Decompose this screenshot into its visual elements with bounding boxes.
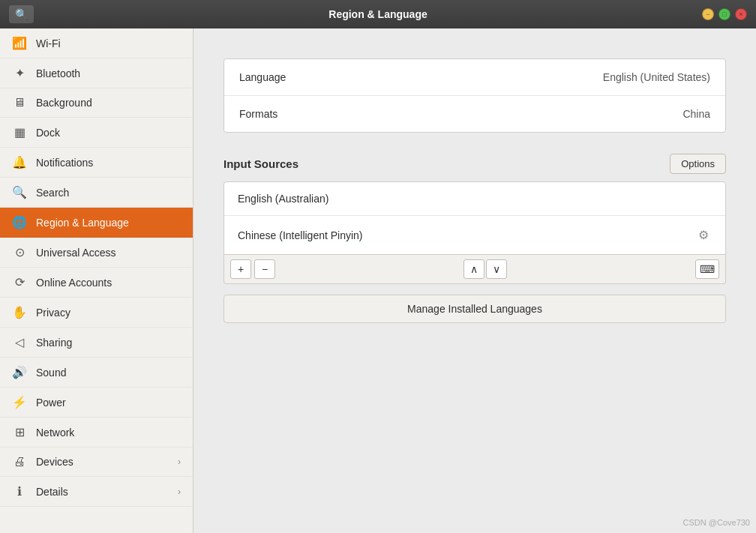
titlebar: 🔍 Region & Language − □ × [0, 0, 756, 28]
region-language-icon: 🌐 [12, 215, 27, 229]
list-item[interactable]: English (Australian) [224, 182, 725, 216]
sidebar-item-background[interactable]: 🖥Background [0, 88, 193, 118]
sidebar-item-bluetooth[interactable]: ✦Bluetooth [0, 58, 193, 88]
move-up-button[interactable]: ∧ [464, 259, 484, 279]
input-item-label-english: English (Australian) [238, 193, 712, 205]
privacy-icon: ✋ [12, 305, 27, 319]
options-button[interactable]: Options [670, 154, 726, 174]
sidebar-label-privacy: Privacy [36, 307, 181, 319]
sidebar-label-universal-access: Universal Access [36, 247, 181, 259]
sidebar-label-dock: Dock [36, 127, 181, 139]
sidebar-item-wifi[interactable]: 📶Wi-Fi [0, 28, 193, 58]
sidebar-item-devices[interactable]: 🖨Devices› [0, 448, 193, 477]
sidebar-label-power: Power [36, 397, 181, 409]
sidebar-label-search: Search [36, 187, 181, 199]
remove-input-button[interactable]: − [254, 259, 275, 279]
wifi-icon: 📶 [12, 36, 27, 50]
input-item-label-chinese: Chinese (Intelligent Pinyin) [238, 229, 695, 241]
manage-languages-button[interactable]: Manage Installed Languages [224, 295, 726, 323]
input-sources-list: English (Australian) Chinese (Intelligen… [224, 181, 726, 255]
maximize-button[interactable]: □ [718, 8, 730, 20]
sidebar-label-online-accounts: Online Accounts [36, 277, 181, 289]
add-input-button[interactable]: + [230, 259, 251, 279]
sidebar-item-power[interactable]: ⚡Power [0, 388, 193, 418]
sidebar-item-dock[interactable]: ▦Dock [0, 118, 193, 148]
chevron-right-icon: › [178, 487, 181, 497]
sidebar-item-notifications[interactable]: 🔔Notifications [0, 148, 193, 178]
sidebar-label-background: Background [36, 97, 181, 109]
window-controls: − □ × [702, 8, 747, 20]
language-value: English (United States) [603, 71, 710, 83]
formats-label: Formats [239, 108, 682, 120]
input-sources-header: Input Sources Options [224, 154, 726, 174]
sidebar-label-notifications: Notifications [36, 157, 181, 169]
sidebar: 📶Wi-Fi✦Bluetooth🖥Background▦Dock🔔Notific… [0, 28, 194, 533]
bluetooth-icon: ✦ [12, 66, 27, 80]
devices-icon: 🖨 [12, 455, 27, 469]
chevron-right-icon: › [178, 457, 181, 467]
sidebar-label-wifi: Wi-Fi [36, 37, 181, 49]
sharing-icon: ◁ [12, 335, 27, 349]
language-formats-section: Language English (United States) Formats… [224, 58, 726, 133]
search-icon: 🔍 [15, 8, 28, 20]
input-controls: + − ∧ ∨ ⌨ [224, 255, 726, 284]
sidebar-label-sound: Sound [36, 367, 181, 379]
keyboard-icon: ⌨ [700, 263, 715, 275]
background-icon: 🖥 [12, 96, 27, 109]
content-area: Language English (United States) Formats… [194, 28, 756, 533]
sidebar-item-sharing[interactable]: ◁Sharing [0, 328, 193, 358]
details-icon: ℹ [12, 484, 27, 499]
sidebar-label-devices: Devices [36, 456, 169, 468]
titlebar-title: Region & Language [328, 8, 427, 20]
sound-icon: 🔊 [12, 365, 27, 379]
formats-row[interactable]: Formats China [224, 96, 725, 132]
minimize-button[interactable]: − [702, 8, 714, 20]
formats-value: China [682, 108, 710, 120]
gear-icon[interactable]: ⚙ [695, 226, 712, 244]
sidebar-item-network[interactable]: ⊞Network [0, 418, 193, 448]
sidebar-label-sharing: Sharing [36, 337, 181, 349]
network-icon: ⊞ [12, 425, 27, 439]
sidebar-item-universal-access[interactable]: ⊙Universal Access [0, 238, 193, 268]
online-accounts-icon: ⟳ [12, 275, 27, 289]
sidebar-item-privacy[interactable]: ✋Privacy [0, 298, 193, 328]
sidebar-item-search[interactable]: 🔍Search [0, 178, 193, 208]
language-label: Language [239, 71, 603, 83]
move-down-button[interactable]: ∨ [486, 259, 507, 279]
sidebar-item-region-language[interactable]: 🌐Region & Language [0, 208, 193, 238]
input-sources-title: Input Sources [224, 157, 670, 170]
sidebar-item-details[interactable]: ℹDetails› [0, 477, 193, 507]
list-item[interactable]: Chinese (Intelligent Pinyin) ⚙ [224, 216, 725, 254]
sidebar-label-details: Details [36, 486, 169, 498]
close-button[interactable]: × [735, 8, 747, 20]
universal-access-icon: ⊙ [12, 245, 27, 259]
search-icon: 🔍 [12, 185, 27, 199]
sidebar-label-bluetooth: Bluetooth [36, 67, 181, 79]
sidebar-item-sound[interactable]: 🔊Sound [0, 358, 193, 388]
titlebar-search[interactable]: 🔍 [9, 5, 34, 23]
sidebar-item-online-accounts[interactable]: ⟳Online Accounts [0, 268, 193, 298]
sidebar-label-network: Network [36, 427, 181, 439]
notifications-icon: 🔔 [12, 155, 27, 169]
dock-icon: ▦ [12, 125, 27, 139]
watermark: CSDN @Cove730 [683, 518, 750, 527]
language-row[interactable]: Language English (United States) [224, 59, 725, 96]
power-icon: ⚡ [12, 395, 27, 409]
reorder-buttons: ∧ ∨ [464, 259, 507, 279]
main-layout: 📶Wi-Fi✦Bluetooth🖥Background▦Dock🔔Notific… [0, 28, 756, 533]
keyboard-settings-button[interactable]: ⌨ [695, 259, 719, 279]
sidebar-label-region-language: Region & Language [36, 217, 181, 229]
